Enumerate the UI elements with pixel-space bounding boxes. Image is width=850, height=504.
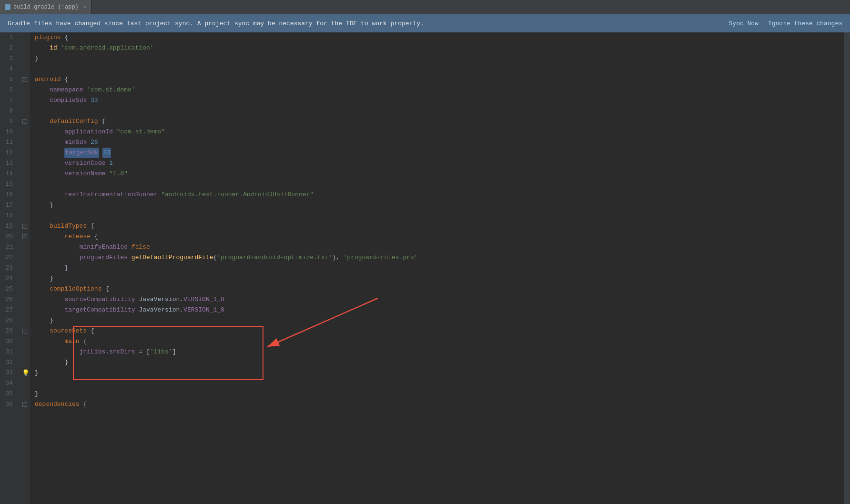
ln-11: 11 [0, 137, 17, 148]
ln-30: 30 [0, 336, 17, 347]
ln-35: 35 [0, 389, 17, 399]
editor: 1 2 3 4 5 6 7 8 9 10 11 12 13 14 15 16 1… [0, 32, 850, 504]
code-line-17: } [35, 200, 843, 211]
ln-1: 1 [0, 32, 17, 43]
sync-now-link[interactable]: Sync Now [729, 20, 759, 27]
ln-34: 34 [0, 378, 17, 389]
code-editor[interactable]: plugins { id 'com.android.application' }… [30, 32, 843, 504]
notification-actions: Sync Now Ignore these changes [729, 20, 842, 27]
ln-4: 4 [0, 64, 17, 74]
ln-20: 20 [0, 232, 17, 242]
code-line-13: versionCode 1 [35, 158, 843, 169]
code-line-34 [35, 378, 843, 389]
ln-3: 3 [0, 53, 17, 64]
fold-icon-36[interactable]: − [22, 402, 27, 407]
code-line-30: main { [35, 336, 843, 347]
tab-build-gradle[interactable]: build.gradle (:app) × [0, 0, 91, 14]
code-line-25: compileOptions { [35, 284, 843, 294]
code-line-21: minifyEnabled false [35, 242, 843, 252]
ln-5: 5 [0, 74, 17, 85]
code-line-11: minSdk 26 [35, 137, 843, 148]
fold-icon-20[interactable]: − [22, 234, 27, 239]
code-line-10: applicationId "com.st.demo" [35, 127, 843, 137]
code-line-8 [35, 106, 843, 116]
code-line-15 [35, 179, 843, 190]
ln-33: 33 [0, 368, 17, 378]
ln-25: 25 [0, 284, 17, 294]
ln-10: 10 [0, 127, 17, 137]
code-line-33: } [35, 368, 843, 378]
ln-26: 26 [0, 294, 17, 305]
ln-16: 16 [0, 190, 17, 200]
code-line-29: sourceSets { [35, 326, 843, 336]
ln-6: 6 [0, 85, 17, 95]
code-line-31: jniLibs.srcDirs = ['libs'] [35, 347, 843, 357]
code-line-23: } [35, 263, 843, 273]
ignore-changes-link[interactable]: Ignore these changes [768, 20, 842, 27]
code-line-26: sourceCompatibility JavaVersion.VERSION_… [35, 294, 843, 305]
ln-2: 2 [0, 43, 17, 53]
fold-gutter: − − − − − [21, 32, 30, 504]
ln-18: 18 [0, 211, 17, 221]
ln-21: 21 [0, 242, 17, 252]
ln-32: 32 [0, 357, 17, 368]
ln-31: 31 [0, 347, 17, 357]
code-line-27: targetCompatibility JavaVersion.VERSION_… [35, 305, 843, 315]
gradle-file-icon [5, 4, 10, 10]
fold-icon-9[interactable]: − [22, 119, 27, 124]
ln-9: 9 [0, 116, 17, 127]
code-line-12: targetSdk 33 [35, 148, 843, 158]
fold-icon-19[interactable]: − [22, 224, 27, 229]
code-line-18 [35, 211, 843, 221]
line-numbers: 1 2 3 4 5 6 7 8 9 10 11 12 13 14 15 16 1… [0, 32, 21, 504]
ln-13: 13 [0, 158, 17, 169]
code-line-24: } [35, 273, 843, 284]
scrollbar[interactable] [843, 32, 850, 504]
code-line-32: } [35, 357, 843, 368]
code-line-7: compileSdk 33 [35, 95, 843, 106]
fold-icon-29[interactable]: − [22, 329, 27, 333]
ln-28: 28 [0, 315, 17, 326]
ln-24: 24 [0, 273, 17, 284]
tab-label: build.gradle (:app) [13, 4, 79, 10]
code-line-19: buildTypes { [35, 221, 843, 232]
ln-23: 23 [0, 263, 17, 273]
code-line-35: } [35, 389, 843, 399]
tab-close-button[interactable]: × [83, 4, 87, 10]
ln-7: 7 [0, 95, 17, 106]
code-line-20: release { [35, 232, 843, 242]
code-line-6: namespace 'com.st.demo' [35, 85, 843, 95]
bulb-icon-33[interactable]: 💡 [22, 369, 30, 377]
fold-icon-5[interactable]: − [22, 77, 27, 82]
notification-bar: Gradle files have changed since last pro… [0, 14, 850, 32]
ln-22: 22 [0, 252, 17, 263]
code-line-14: versionName "1.0" [35, 169, 843, 179]
code-line-2: id 'com.android.application' [35, 43, 843, 53]
notification-message: Gradle files have changed since last pro… [8, 20, 729, 27]
ln-14: 14 [0, 169, 17, 179]
ln-17: 17 [0, 200, 17, 211]
code-line-9: defaultConfig { [35, 116, 843, 127]
ln-27: 27 [0, 305, 17, 315]
ln-19: 19 [0, 221, 17, 232]
code-line-5: android { [35, 74, 843, 85]
code-line-4 [35, 64, 843, 74]
code-line-16: testInstrumentationRunner "androidx.test… [35, 190, 843, 200]
code-line-28: } [35, 315, 843, 326]
ln-36: 36 [0, 399, 17, 410]
ln-12: 12 [0, 148, 17, 158]
ln-8: 8 [0, 106, 17, 116]
code-line-1: plugins { [35, 32, 843, 43]
tab-bar: build.gradle (:app) × [0, 0, 850, 14]
code-line-36: dependencies { [35, 399, 843, 410]
code-line-3: } [35, 53, 843, 64]
ln-15: 15 [0, 179, 17, 190]
code-line-22: proguardFiles getDefaultProguardFile('pr… [35, 252, 843, 263]
ln-29: 29 [0, 326, 17, 336]
